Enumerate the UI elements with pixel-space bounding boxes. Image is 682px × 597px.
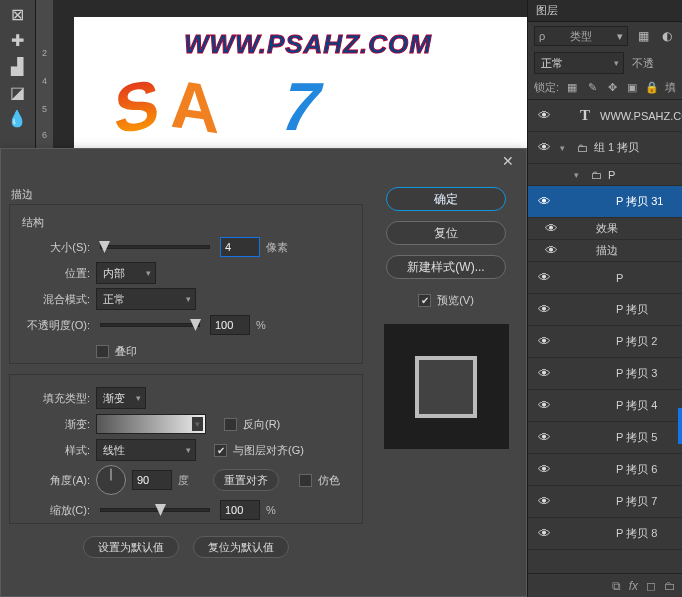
eraser-tool[interactable]: ◪: [2, 80, 32, 104]
new-group-icon[interactable]: 🗀: [664, 579, 676, 593]
drop-tool[interactable]: 💧: [2, 106, 32, 130]
layer-effects-row[interactable]: 👁 效果: [528, 218, 682, 240]
reset-default-button[interactable]: 复位为默认值: [193, 536, 289, 558]
size-label: 大小(S):: [18, 240, 90, 255]
caret-down-icon[interactable]: ▾: [560, 143, 570, 153]
eye-icon[interactable]: 👁: [538, 366, 551, 381]
style-label: 样式:: [18, 443, 90, 458]
crop-tool[interactable]: ⊠: [2, 2, 32, 26]
layer-row[interactable]: 👁 ▾🗀组 1 拷贝: [528, 132, 682, 164]
position-combo[interactable]: 内部▾: [96, 262, 156, 284]
overprint-checkbox[interactable]: [96, 345, 109, 358]
eye-icon[interactable]: 👁: [538, 494, 551, 509]
blend-combo[interactable]: 正常▾: [96, 288, 196, 310]
align-checkbox[interactable]: [214, 444, 227, 457]
eye-icon[interactable]: 👁: [538, 526, 551, 541]
set-default-button[interactable]: 设置为默认值: [83, 536, 179, 558]
layer-row[interactable]: 👁 TWWW.PSAHZ.CO: [528, 100, 682, 132]
reverse-checkbox[interactable]: [224, 418, 237, 431]
ok-button[interactable]: 确定: [386, 187, 506, 211]
layer-tree: 👁 TWWW.PSAHZ.CO 👁 ▾🗀组 1 拷贝 ▾🗀P 👁 P 拷贝 31…: [528, 100, 682, 573]
caret-down-icon[interactable]: ▾: [574, 170, 584, 180]
layer-effect-stroke-row[interactable]: 👁 描边: [528, 240, 682, 262]
scale-input[interactable]: [220, 500, 260, 520]
angle-input[interactable]: [132, 470, 172, 490]
layer-row[interactable]: 👁 P 拷贝 7: [528, 486, 682, 518]
size-slider[interactable]: [100, 245, 210, 249]
layer-row[interactable]: 👁 P: [528, 262, 682, 294]
fx-icon[interactable]: fx: [629, 579, 638, 593]
dialog-actions: 确定 复位 新建样式(W)... 预览(V): [371, 179, 521, 596]
mask-icon[interactable]: ◻: [646, 579, 656, 593]
layers-tab[interactable]: 图层: [528, 0, 682, 22]
chevron-down-icon: ▾: [614, 58, 619, 68]
heal-tool[interactable]: ✚: [2, 28, 32, 52]
eye-icon[interactable]: 👁: [538, 430, 551, 445]
layer-row-selected[interactable]: 👁 P 拷贝 31: [528, 186, 682, 218]
angle-label: 角度(A):: [18, 473, 90, 488]
layer-blend-combo[interactable]: 正常▾: [534, 52, 624, 74]
opacity-slider[interactable]: [100, 323, 200, 327]
close-icon[interactable]: ✕: [498, 153, 518, 173]
canvas-area: WWW.PSAHZ.COM S A 7: [54, 0, 527, 150]
layer-row[interactable]: ▾🗀P: [528, 164, 682, 186]
gradient-picker[interactable]: ▾: [96, 414, 206, 434]
layer-row[interactable]: 👁 P 拷贝 5: [528, 422, 682, 454]
eye-icon[interactable]: 👁: [538, 270, 551, 285]
filter-image-icon[interactable]: ▦: [634, 27, 652, 45]
layer-row[interactable]: 👁 P 拷贝 2: [528, 326, 682, 358]
eye-icon[interactable]: 👁: [538, 334, 551, 349]
style-combo[interactable]: 线性▾: [96, 439, 196, 461]
fill-type-label: 填充类型:: [18, 391, 90, 406]
eye-icon[interactable]: 👁: [545, 221, 558, 236]
eye-icon[interactable]: 👁: [538, 302, 551, 317]
reverse-label: 反向(R): [243, 417, 280, 432]
eye-icon[interactable]: 👁: [538, 140, 551, 155]
chevron-down-icon: ▾: [617, 30, 623, 43]
layer-row[interactable]: 👁 P 拷贝: [528, 294, 682, 326]
eye-icon[interactable]: 👁: [538, 398, 551, 413]
preview-checkbox[interactable]: [418, 294, 431, 307]
overprint-label: 叠印: [115, 344, 137, 359]
lock-transparent-icon[interactable]: ▦: [565, 81, 579, 94]
tool-strip: ⊠ ✚ ▟ ◪ 💧: [0, 0, 36, 150]
fill-type-combo[interactable]: 渐变▾: [96, 387, 146, 409]
reset-button[interactable]: 复位: [386, 221, 506, 245]
size-unit: 像素: [266, 240, 288, 255]
dither-checkbox[interactable]: [299, 474, 312, 487]
opacity-input[interactable]: [210, 315, 250, 335]
eye-icon[interactable]: 👁: [545, 243, 558, 258]
new-style-button[interactable]: 新建样式(W)...: [386, 255, 506, 279]
scrollbar-thumb[interactable]: [678, 408, 682, 444]
filter-adjust-icon[interactable]: ◐: [658, 27, 676, 45]
stamp-tool[interactable]: ▟: [2, 54, 32, 78]
link-layers-icon[interactable]: ⧉: [612, 579, 621, 593]
document-canvas[interactable]: WWW.PSAHZ.COM S A 7: [74, 17, 527, 150]
opacity-unit: %: [256, 319, 266, 331]
folder-icon: 🗀: [574, 140, 590, 156]
structure-label: 结构: [22, 215, 354, 230]
layer-kind-filter[interactable]: ρ 类型▾: [534, 26, 628, 46]
layer-row[interactable]: 👁 P 拷贝 3: [528, 358, 682, 390]
size-input[interactable]: [220, 237, 260, 257]
chevron-down-icon: ▾: [146, 268, 151, 278]
stroke-section-label: 描边: [11, 187, 363, 202]
angle-dial[interactable]: [96, 465, 126, 495]
layer-row[interactable]: 👁 P 拷贝 8: [528, 518, 682, 550]
preview-label: 预览(V): [437, 293, 474, 308]
chevron-down-icon: ▾: [192, 417, 203, 431]
text-layer-icon: T: [574, 105, 596, 127]
lock-paint-icon[interactable]: ✎: [585, 81, 599, 94]
eye-icon[interactable]: 👁: [538, 462, 551, 477]
eye-icon[interactable]: 👁: [538, 108, 551, 123]
scale-slider[interactable]: [100, 508, 210, 512]
layer-row[interactable]: 👁 P 拷贝 4: [528, 390, 682, 422]
lock-label: 锁定:: [534, 80, 559, 95]
angle-unit: 度: [178, 473, 189, 488]
layer-row[interactable]: 👁 P 拷贝 6: [528, 454, 682, 486]
lock-position-icon[interactable]: ✥: [605, 81, 619, 94]
lock-artboard-icon[interactable]: ▣: [625, 81, 639, 94]
reset-align-button[interactable]: 重置对齐: [213, 469, 279, 491]
eye-icon[interactable]: 👁: [538, 194, 551, 209]
lock-all-icon[interactable]: 🔒: [645, 81, 659, 94]
